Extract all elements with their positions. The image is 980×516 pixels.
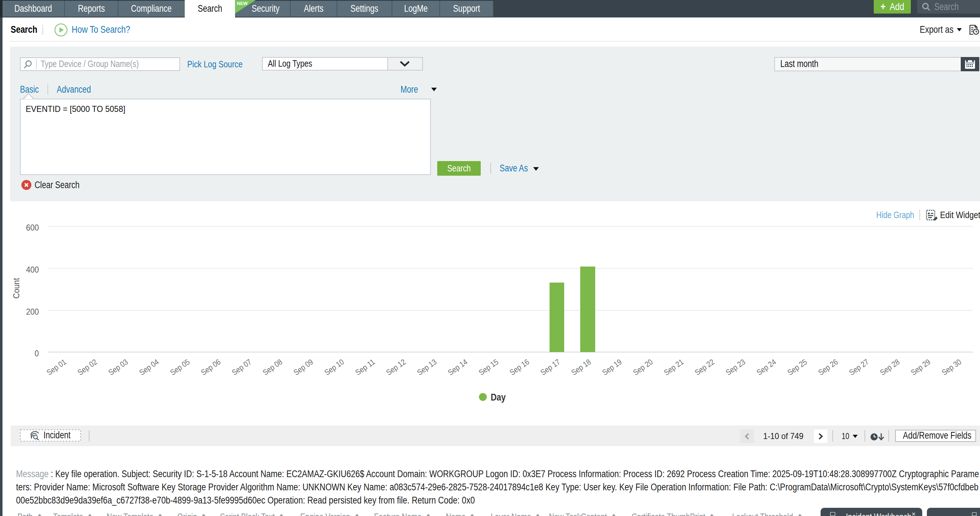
svg-text:Sep 01: Sep 01 <box>45 357 68 377</box>
svg-text:Sep 22: Sep 22 <box>693 357 716 377</box>
svg-text:Sep 07: Sep 07 <box>230 357 253 377</box>
svg-text:Day: Day <box>491 392 506 403</box>
svg-text:Sep 20: Sep 20 <box>632 357 654 377</box>
svg-text:Sep 25: Sep 25 <box>786 357 808 377</box>
svg-text:Count: Count <box>11 278 21 298</box>
svg-text:Sep 08: Sep 08 <box>261 357 284 377</box>
svg-text:Sep 18: Sep 18 <box>570 357 592 377</box>
svg-text:Sep 12: Sep 12 <box>385 357 407 377</box>
svg-text:400: 400 <box>26 265 39 275</box>
svg-text:0: 0 <box>35 349 39 358</box>
svg-text:Sep 19: Sep 19 <box>601 357 624 377</box>
svg-text:Sep 13: Sep 13 <box>415 357 438 377</box>
svg-text:Sep 09: Sep 09 <box>292 357 315 377</box>
svg-text:Sep 21: Sep 21 <box>662 357 685 377</box>
svg-text:Sep 24: Sep 24 <box>755 357 778 377</box>
svg-text:Sep 30: Sep 30 <box>940 357 963 377</box>
svg-text:Sep 16: Sep 16 <box>508 357 531 377</box>
svg-text:Sep 02: Sep 02 <box>76 357 99 377</box>
svg-text:NEW: NEW <box>237 1 248 6</box>
svg-text:Sep 03: Sep 03 <box>107 357 129 377</box>
svg-text:Sep 11: Sep 11 <box>354 357 377 377</box>
svg-text:Sep 27: Sep 27 <box>847 357 870 377</box>
svg-text:Sep 26: Sep 26 <box>817 357 840 377</box>
svg-text:Sep 05: Sep 05 <box>168 357 191 377</box>
svg-text:Sep 06: Sep 06 <box>199 357 222 377</box>
svg-text:Sep 29: Sep 29 <box>909 357 932 377</box>
svg-text:Sep 15: Sep 15 <box>477 357 500 377</box>
svg-text:Sep 04: Sep 04 <box>138 357 161 377</box>
svg-text:Sep 28: Sep 28 <box>878 357 901 377</box>
svg-text:Sep 17: Sep 17 <box>539 357 562 377</box>
svg-text:Sep 10: Sep 10 <box>323 357 345 377</box>
svg-text:Sep 14: Sep 14 <box>446 357 469 377</box>
svg-text:600: 600 <box>26 223 39 232</box>
svg-text:200: 200 <box>26 307 39 316</box>
svg-text:Sep 23: Sep 23 <box>724 357 747 377</box>
